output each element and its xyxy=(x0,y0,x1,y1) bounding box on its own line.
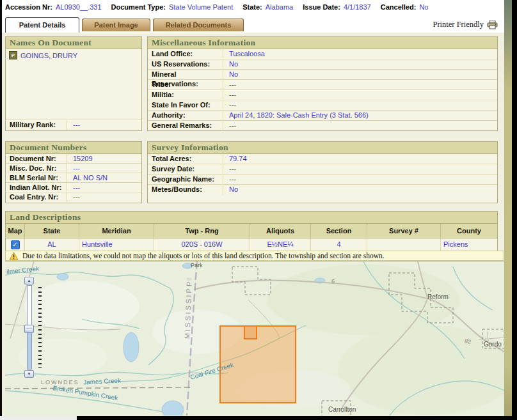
land-descriptions-section: Land Descriptions Map State Meridian Twp… xyxy=(5,211,498,251)
col-twp-rng: Twp - Rng xyxy=(154,224,250,238)
bottom-left-strip xyxy=(0,416,77,420)
us-reservations-value: No xyxy=(223,59,238,69)
misc-doc-nr-label: Misc. Doc. Nr: xyxy=(6,164,67,173)
document-summary-bar: Accession Nr: AL0930__.331 Document Type… xyxy=(5,3,501,16)
map-zoom-slider[interactable]: ▲ ▼ xyxy=(24,277,49,380)
blm-serial-nr-label: BLM Serial Nr: xyxy=(6,173,67,182)
land-office-label: Land Office: xyxy=(148,49,223,59)
zoom-out-button[interactable]: ▼ xyxy=(24,370,34,378)
geographic-name-row: Geographic Name:--- xyxy=(148,175,497,185)
zoom-slider-thumb[interactable] xyxy=(24,325,34,333)
aliquots-cell: E½NE¼ xyxy=(250,238,311,251)
land-description-map[interactable]: Park MISSISSIPPI Reform Gordo Carrollton… xyxy=(5,261,504,416)
doctype-label: Document Type: xyxy=(111,3,166,11)
col-section: Section xyxy=(311,224,367,238)
geographic-name-value: --- xyxy=(223,175,236,184)
coal-entry-nr-row: Coal Entry. Nr:--- xyxy=(6,192,141,202)
militia-value: --- xyxy=(223,90,236,100)
state-cell: AL xyxy=(25,238,79,251)
tab-related-documents[interactable]: Related Documents xyxy=(153,19,244,31)
state-value: Alabama xyxy=(266,3,293,11)
zoom-in-button[interactable]: ▲ xyxy=(24,277,34,284)
document-numbers-section: Document Numbers Document Nr:15209 Misc.… xyxy=(5,141,142,203)
docnums-section-title: Document Numbers xyxy=(6,142,141,154)
issue-date-value: 4/1/1837 xyxy=(344,3,371,11)
doctype-field: Document Type: State Volume Patent xyxy=(111,3,234,16)
doctype-value: State Volume Patent xyxy=(169,3,233,11)
patent-details-page: Accession Nr: AL0930__.331 Document Type… xyxy=(2,0,504,416)
blm-serial-nr-value: AL NO S/N xyxy=(67,173,107,182)
meridian-cell: Huntsville xyxy=(79,238,154,251)
map-cell xyxy=(6,238,25,251)
militia-label: Militia: xyxy=(148,90,223,100)
us-reservations-row: US Reservations:No xyxy=(148,59,497,70)
cancelled-label: Cancelled: xyxy=(381,3,417,11)
state-label: State: xyxy=(243,3,262,11)
survey-section-title: Survey Information xyxy=(148,142,497,154)
section-highlight xyxy=(244,325,257,339)
tab-patent-details[interactable]: Patent Details xyxy=(5,17,79,33)
misc-doc-nr-value: --- xyxy=(67,164,80,173)
accession-label: Accession Nr: xyxy=(5,3,52,11)
reform-label: Reform xyxy=(427,293,449,300)
survey-information-section: Survey Information Total Acres:79.74 Sur… xyxy=(147,141,498,203)
patentee-name-link[interactable]: GOINGS, DRURY xyxy=(20,52,77,59)
general-remarks-row: General Remarks:--- xyxy=(148,121,497,131)
section-cell: 4 xyxy=(311,238,367,251)
route-6-label: 6 xyxy=(331,278,335,284)
metes-bounds-value: No xyxy=(223,185,238,195)
warning-text: Due to data limitations, we could not ma… xyxy=(22,252,385,260)
screen-right-edge xyxy=(512,0,517,420)
printer-friendly-button[interactable]: Printer Friendly xyxy=(433,20,498,29)
document-nr-value: 15209 xyxy=(67,154,93,163)
mineral-reservations-row: Mineral Reservations:No xyxy=(148,70,497,80)
misc-doc-nr-row: Misc. Doc. Nr:--- xyxy=(6,164,141,173)
names-spacer xyxy=(6,59,141,120)
tribe-value: --- xyxy=(223,80,236,89)
accession-value: AL0930__.331 xyxy=(56,3,102,11)
militia-row: Militia:--- xyxy=(148,90,497,100)
land-office-value: Tuscaloosa xyxy=(223,49,265,59)
state-in-favor-row: State In Favor Of:--- xyxy=(148,100,497,111)
carrollton-label: Carrollton xyxy=(328,406,356,413)
land-table-header: Map State Meridian Twp - Rng Aliquots Se… xyxy=(6,224,497,238)
land-office-row: Land Office:Tuscaloosa xyxy=(148,49,497,59)
military-rank-row: Military Rank: --- xyxy=(6,120,141,130)
metes-bounds-row: Metes/Bounds:No xyxy=(148,185,497,195)
indian-allot-nr-value: --- xyxy=(67,183,80,192)
survey-date-value: --- xyxy=(223,164,236,174)
misc-section-title: Miscellaneous Information xyxy=(148,37,497,49)
general-remarks-label: General Remarks: xyxy=(148,121,223,131)
zoom-slider-ticks xyxy=(38,287,42,368)
survey-date-label: Survey Date: xyxy=(148,164,223,174)
document-nr-row: Document Nr:15209 xyxy=(6,154,141,164)
county-cell: Pickens xyxy=(441,238,497,251)
state-in-favor-value: --- xyxy=(223,100,236,110)
cancelled-value: No xyxy=(419,3,428,11)
twp-rng-cell: 020S - 016W xyxy=(154,238,250,251)
col-survey-nr: Survey # xyxy=(367,224,441,238)
col-state: State xyxy=(25,224,79,238)
misc-information-section: Miscellaneous Information Land Office:Tu… xyxy=(147,36,498,131)
window-left-border xyxy=(0,6,2,416)
map-checkbox[interactable] xyxy=(11,240,20,249)
indian-allot-nr-label: Indian Allot. Nr: xyxy=(6,183,67,192)
col-meridian: Meridian xyxy=(79,224,154,238)
screen-bottom-edge xyxy=(0,416,517,420)
coal-entry-nr-value: --- xyxy=(67,192,80,202)
warning-icon xyxy=(9,252,19,260)
total-acres-label: Total Acres: xyxy=(148,154,223,164)
page-right-decorative-band xyxy=(504,0,512,416)
mineral-reservations-value: No xyxy=(223,70,238,79)
state-field: State: Alabama xyxy=(243,3,293,16)
patentee-badge-icon: P xyxy=(9,51,17,59)
tab-patent-image[interactable]: Patent Image xyxy=(82,19,150,31)
authority-row: Authority:April 24, 1820: Sale-Cash Entr… xyxy=(148,111,497,121)
us-reservations-label: US Reservations: xyxy=(148,59,223,69)
issue-date-label: Issue Date: xyxy=(303,3,340,11)
military-rank-label: Military Rank: xyxy=(6,120,67,130)
mineral-reservations-label: Mineral Reservations: xyxy=(148,70,223,79)
printer-friendly-label: Printer Friendly xyxy=(433,20,484,29)
cancelled-field: Cancelled: No xyxy=(381,3,429,16)
survey-nr-cell xyxy=(367,238,441,251)
